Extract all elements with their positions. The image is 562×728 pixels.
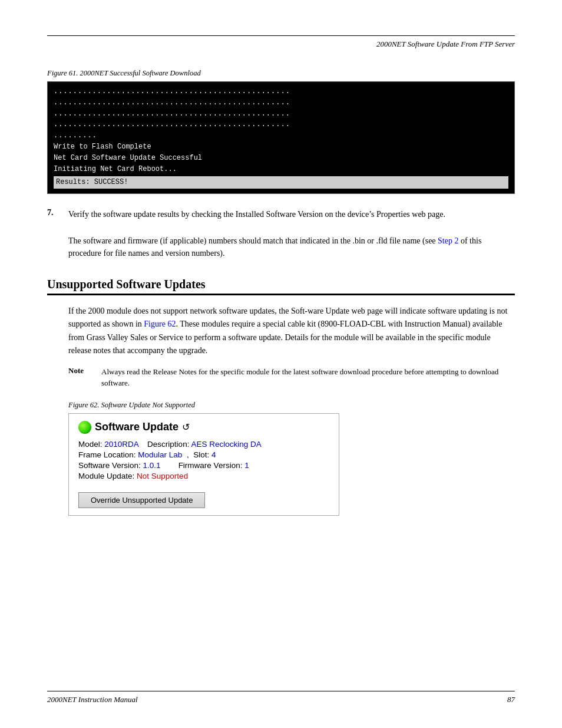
terminal-dots-2: ........................................…: [54, 98, 508, 108]
model-label: Model:: [78, 440, 103, 449]
slot-value: 4: [211, 450, 216, 459]
figure62-caption: Figure 62. Software Update Not Supported: [68, 401, 515, 410]
step-7-item: 7. Verify the software update results by…: [47, 208, 515, 226]
step-7-number: 7.: [47, 208, 59, 226]
step-2-link[interactable]: Step 2: [438, 236, 458, 245]
sw-update-title-row: Software Update ↺: [78, 421, 329, 434]
fw-value: 1: [244, 461, 249, 470]
software-update-widget: Software Update ↺ Model: 2010RDA Descrip…: [68, 413, 339, 516]
fw-label: Firmware Version:: [178, 461, 243, 470]
step-7-subtext: The software and firmware (if applicable…: [68, 236, 438, 245]
figure61-caption: Figure 61. 2000NET Successful Software D…: [47, 69, 515, 78]
terminal-line-3: Initiating Net Card Reboot...: [54, 164, 508, 174]
page-header: 2000NET Software Update From FTP Server: [47, 35, 515, 51]
frame-value: Modular Lab: [138, 450, 182, 459]
terminal-dots-5: .........: [54, 131, 508, 141]
terminal-dots-4: ........................................…: [54, 120, 508, 130]
footer-right: 87: [507, 695, 515, 704]
refresh-icon[interactable]: ↺: [182, 421, 190, 433]
description-value: AES Reclocking DA: [191, 440, 261, 449]
sw-update-title: Software Update: [95, 421, 178, 433]
terminal-box: ........................................…: [47, 81, 515, 194]
module-value: Not Supported: [137, 472, 188, 480]
terminal-line-1: Write to Flash Complete: [54, 142, 508, 152]
note-label: Note: [68, 366, 92, 389]
frame-line: Frame Location: Modular Lab , Slot: 4: [78, 450, 329, 459]
green-status-icon: [78, 421, 91, 434]
section-body: If the 2000 module does not support netw…: [68, 305, 515, 358]
module-update-line: Module Update: Not Supported: [78, 472, 329, 480]
step-7-subparagraph: The software and firmware (if applicable…: [68, 235, 515, 260]
override-unsupported-update-button[interactable]: Override Unsupported Update: [78, 492, 205, 508]
page-footer: 2000NET Instruction Manual 87: [47, 691, 515, 704]
step-7-text: Verify the software update results by ch…: [68, 208, 515, 221]
version-line: Software Version: 1.0.1 Firmware Version…: [78, 461, 329, 470]
slot-label: Slot:: [193, 450, 209, 459]
figure62-panel: Figure 62. Software Update Not Supported…: [68, 401, 515, 516]
sw-label: Software Version:: [78, 461, 141, 470]
terminal-result: Results: SUCCESS!: [54, 176, 508, 189]
terminal-dots-1: ........................................…: [54, 87, 508, 97]
override-btn-container: Override Unsupported Update: [78, 486, 329, 508]
footer-left: 2000NET Instruction Manual: [47, 695, 138, 704]
section-heading: Unsupported Software Updates: [47, 278, 515, 295]
note-row: Note Always read the Release Notes for t…: [68, 366, 515, 389]
terminal-dots-3: ........................................…: [54, 109, 508, 119]
sw-value: 1.0.1: [143, 461, 161, 470]
terminal-line-2: Net Card Software Update Successful: [54, 153, 508, 163]
model-value: 2010RDA: [104, 440, 138, 449]
model-line: Model: 2010RDA Description: AES Reclocki…: [78, 440, 329, 449]
module-label: Module Update:: [78, 472, 134, 480]
frame-label: Frame Location:: [78, 450, 136, 459]
figure62-link[interactable]: Figure 62: [144, 319, 176, 328]
description-label: Description:: [147, 440, 189, 449]
note-content: Always read the Release Notes for the sp…: [101, 366, 515, 389]
